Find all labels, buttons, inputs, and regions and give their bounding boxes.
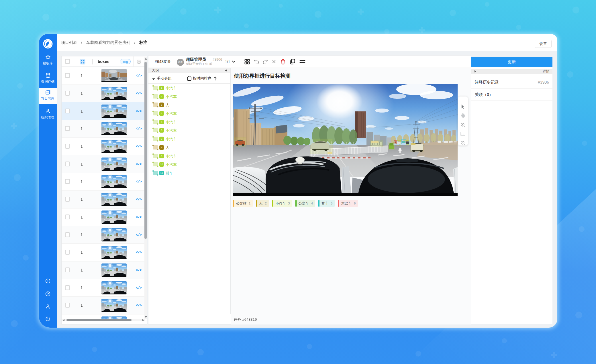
svg-text:大数据标注: 大数据标注 xyxy=(44,40,51,42)
